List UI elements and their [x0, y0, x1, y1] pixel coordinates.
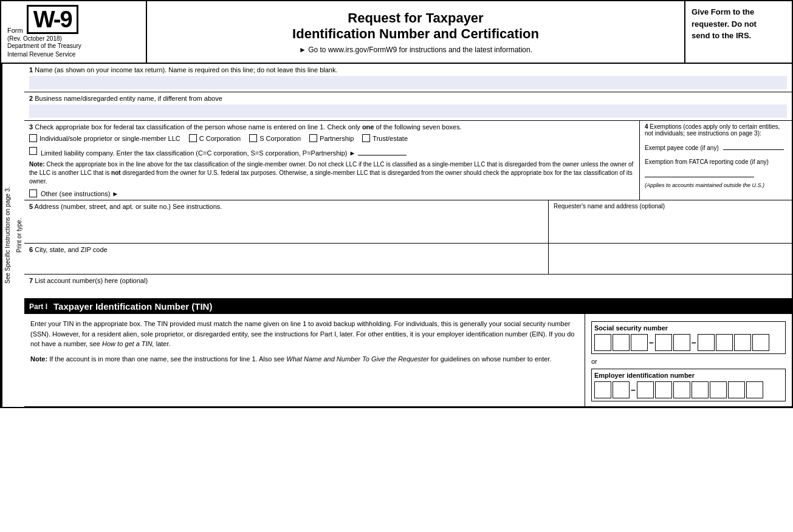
requester-input-area[interactable] — [554, 210, 787, 240]
exempt-payee-input[interactable] — [723, 142, 784, 150]
line2-input[interactable] — [29, 104, 787, 118]
part1-note-label: Note: — [30, 355, 47, 363]
ssn-cell-4[interactable] — [655, 334, 672, 351]
exempt-payee-row: Exempt payee code (if any) — [645, 142, 787, 151]
part1-note: Note: If the account is in more than one… — [30, 354, 578, 364]
w9-title: W-9 — [27, 5, 78, 34]
requester-area: Requester's name and address (optional) — [549, 200, 792, 243]
other-row: Other (see instructions) ► — [29, 189, 634, 197]
partnership-checkbox[interactable] — [309, 134, 317, 142]
title-main: Request for Taxpayer — [348, 10, 483, 26]
part1-note-body2: for guidelines on whose number to enter. — [431, 355, 552, 363]
ssn-cell-8[interactable] — [734, 334, 751, 351]
checkbox-partnership: Partnership — [309, 134, 354, 142]
ein-cell-4[interactable] — [655, 381, 672, 398]
c-corp-label: C Corporation — [199, 135, 241, 142]
line5-section: 5 Address (number, street, and apt. or s… — [24, 200, 792, 244]
rev-date: (Rev. October 2018) — [7, 35, 140, 42]
ein-cell-2[interactable] — [613, 381, 630, 398]
llc-label: Limited liability company. Enter the tax… — [41, 149, 355, 157]
ein-dash: – — [631, 385, 636, 395]
part1-text: Enter your TIN in the appropriate box. T… — [30, 319, 578, 349]
ein-cell-5[interactable] — [673, 381, 690, 398]
ssn-fields: – – — [594, 334, 783, 351]
ssn-dash-1: – — [649, 338, 654, 347]
s-corp-label: S Corporation — [259, 135, 301, 142]
ssn-cell-9[interactable] — [752, 334, 769, 351]
ssn-cell-6[interactable] — [698, 334, 715, 351]
ssn-box: Social security number – – — [591, 321, 786, 354]
requester-label: Requester's name and address (optional) — [554, 203, 665, 210]
dept-line1: Department of the Treasury — [7, 42, 140, 50]
ein-cell-3[interactable] — [637, 381, 654, 398]
header-center: Request for Taxpayer Identification Numb… — [147, 1, 685, 63]
line5-label: 5 — [29, 203, 33, 210]
fatca-row: Exemption from FATCA reporting code (if … — [645, 159, 787, 177]
ein-cell-9[interactable] — [746, 381, 763, 398]
line3-one: one — [362, 123, 374, 131]
s-corp-checkbox[interactable] — [249, 134, 257, 142]
sidebar-text1: See Specific Instructions on page 3. — [4, 66, 11, 404]
line2-row: 2 Business name/disregarded entity name,… — [24, 92, 792, 121]
part1-body-italic: How to get a TIN, — [102, 340, 154, 347]
ssn-dash-2: – — [692, 338, 696, 347]
part1-title: Taxpayer Identification Number (TIN) — [53, 301, 212, 312]
llc-checkbox[interactable] — [29, 147, 37, 155]
line3-desc: Check appropriate box for federal tax cl… — [35, 123, 360, 131]
line5-left: 5 Address (number, street, and apt. or s… — [24, 200, 549, 243]
c-corp-checkbox[interactable] — [189, 134, 197, 142]
line5-desc: Address (number, street, and apt. or sui… — [35, 203, 222, 210]
ein-cell-8[interactable] — [728, 381, 745, 398]
checkbox-s-corp: S Corporation — [249, 134, 301, 142]
ssn-cell-5[interactable] — [673, 334, 690, 351]
fatca-input[interactable] — [645, 169, 754, 177]
title-sub: Identification Number and Certification — [292, 26, 539, 42]
right-text-line2: requester. Do not — [692, 19, 757, 29]
fatca-label-text: Exemption from FATCA reporting code (if … — [645, 159, 769, 165]
ssn-cell-1[interactable] — [594, 334, 611, 351]
note-not: not — [111, 169, 121, 176]
part1-header: Part I Taxpayer Identification Number (T… — [24, 299, 792, 314]
right-text-line1: Give Form to the — [692, 7, 754, 16]
note-label: Note: — [29, 161, 45, 168]
ein-label: Employer identification number — [594, 372, 783, 379]
ssn-cell-2[interactable] — [613, 334, 630, 351]
individual-checkbox[interactable] — [29, 134, 37, 142]
exemptions-header: 4 — [645, 123, 648, 130]
sidebar-text2: Print or type. — [16, 66, 22, 404]
ein-box: Employer identification number – — [591, 369, 786, 401]
or-label: or — [591, 358, 786, 365]
other-label: Other (see instructions) ► — [41, 190, 118, 197]
ssn-cell-7[interactable] — [716, 334, 733, 351]
line5-input-area[interactable] — [29, 210, 543, 240]
line2-desc: Business name/disregarded entity name, i… — [35, 95, 222, 102]
part1-label: Part I — [29, 302, 47, 311]
trust-checkbox[interactable] — [362, 134, 370, 142]
ssn-label: Social security number — [594, 324, 783, 332]
main-content: 1 Name (as shown on your income tax retu… — [24, 64, 792, 407]
line1-row: 1 Name (as shown on your income tax retu… — [24, 64, 792, 92]
checkbox-c-corp: C Corporation — [189, 134, 241, 142]
form-body: See Specific Instructions on page 3. Pri… — [1, 64, 792, 407]
ein-cell-7[interactable] — [710, 381, 727, 398]
line1-input[interactable] — [29, 76, 787, 89]
part1-left: Enter your TIN in the appropriate box. T… — [24, 314, 585, 406]
checkbox-individual: Individual/sole proprietor or single-mem… — [29, 134, 180, 142]
line1-label: 1 — [29, 66, 33, 73]
w9-form: Form W-9 (Rev. October 2018) Department … — [0, 0, 793, 408]
city-right — [549, 244, 792, 274]
checkbox-trust: Trust/estate — [362, 134, 408, 142]
line6-left: 6 City, state, and ZIP code — [24, 244, 549, 274]
ein-cell-6[interactable] — [692, 381, 709, 398]
ssn-cell-3[interactable] — [631, 334, 648, 351]
line3-desc2: of the following seven boxes. — [376, 123, 462, 131]
line6-section: 6 City, state, and ZIP code — [24, 244, 792, 275]
part1-note-italic: What Name and Number To Give the Request… — [286, 355, 428, 363]
line7-desc: List account number(s) here (optional) — [35, 277, 148, 284]
header-right: Give Form to the requester. Do not send … — [685, 1, 792, 63]
llc-input[interactable] — [358, 147, 407, 155]
other-checkbox[interactable] — [29, 189, 37, 197]
ein-fields: – — [594, 381, 783, 398]
ein-cell-1[interactable] — [594, 381, 611, 398]
exempt-payee-label: Exempt payee code (if any) — [645, 145, 719, 151]
